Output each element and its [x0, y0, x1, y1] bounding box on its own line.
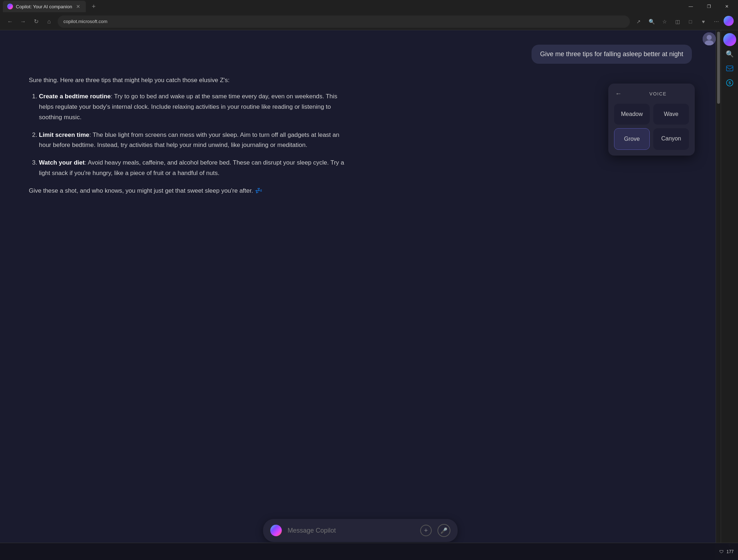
back-button[interactable]: ←	[4, 16, 16, 27]
refresh-button[interactable]: ↻	[30, 16, 42, 27]
home-button[interactable]: ⌂	[43, 16, 55, 27]
tip-title-3: Watch your diet	[39, 159, 85, 166]
main-content: Give me three tips for falling asleep be…	[0, 30, 721, 560]
list-item: Limit screen time: The blue light from s…	[39, 130, 353, 151]
favorites-button[interactable]: ☆	[659, 16, 670, 27]
extensions-button[interactable]: ◫	[672, 16, 683, 27]
tip-body-3: : Avoid heavy meals, caffeine, and alcoh…	[39, 159, 344, 176]
more-button[interactable]: ⋯	[711, 16, 722, 27]
voice-panel-header: ← VOICE	[614, 89, 689, 98]
mic-icon: 🎤	[440, 527, 448, 534]
chat-area: Give me three tips for falling asleep be…	[0, 30, 721, 512]
avatar-image	[703, 32, 716, 45]
close-button[interactable]: ✕	[719, 1, 735, 12]
tab-close-button[interactable]: ✕	[75, 3, 81, 10]
clock-text: 177	[726, 549, 734, 554]
minimize-button[interactable]: —	[683, 1, 699, 12]
taskbar: 🛡 177	[0, 543, 738, 560]
message-input[interactable]	[288, 527, 414, 534]
antivirus-icon: 🛡	[719, 549, 724, 554]
maximize-button[interactable]: ❐	[701, 1, 717, 12]
voice-panel: ← VOICE Meadow Wave Grove Canyon	[608, 84, 695, 156]
sidebar-outlook-button[interactable]	[723, 62, 736, 75]
ai-response: Sure thing. Here are three tips that mig…	[29, 75, 353, 196]
add-icon: +	[424, 527, 428, 534]
voice-option-canyon[interactable]: Canyon	[653, 128, 689, 150]
voice-option-wave[interactable]: Wave	[653, 104, 689, 125]
add-attachment-button[interactable]: +	[420, 525, 432, 536]
edge-sidebar: 🔍 S +	[721, 30, 738, 560]
voice-option-grove[interactable]: Grove	[614, 128, 650, 150]
tip-title-1: Create a bedtime routine	[39, 93, 111, 100]
browser-titlebar: Copilot: Your AI companion ✕ + — ❐ ✕	[0, 0, 738, 13]
ai-tips-list: Create a bedtime routine: Try to go to b…	[29, 91, 353, 179]
address-field[interactable]: copilot.microsoft.com	[58, 15, 630, 28]
svg-rect-3	[726, 66, 733, 71]
tab-title: Copilot: Your AI companion	[16, 4, 72, 9]
voice-meadow-label: Meadow	[621, 111, 643, 117]
sidebar-search-button[interactable]: 🔍	[723, 48, 736, 61]
browser-tab[interactable]: Copilot: Your AI companion ✕	[3, 1, 86, 12]
search-button[interactable]: 🔍	[646, 16, 657, 27]
scrollbar-thumb[interactable]	[717, 32, 720, 104]
user-avatar[interactable]	[703, 32, 716, 45]
search-icon: 🔍	[726, 50, 734, 58]
svg-point-1	[707, 35, 712, 40]
nav-buttons: ← → ↻ ⌂	[4, 16, 55, 27]
scrollbar-track[interactable]	[716, 30, 721, 560]
sidebar-skype-button[interactable]: S	[723, 76, 736, 89]
user-message-bubble: Give me three tips for falling asleep be…	[532, 45, 692, 64]
taskbar-clock: 177	[726, 549, 734, 554]
copilot-icon[interactable]	[724, 16, 734, 26]
voice-back-button[interactable]: ←	[614, 89, 623, 98]
share-button[interactable]: ↗	[633, 16, 644, 27]
microphone-button[interactable]: 🎤	[437, 524, 450, 537]
collections-button[interactable]: ♥	[698, 16, 709, 27]
voice-canyon-label: Canyon	[661, 135, 681, 142]
address-bar: ← → ↻ ⌂ copilot.microsoft.com ↗ 🔍 ☆ ◫ □ …	[0, 13, 738, 30]
list-item: Watch your diet: Avoid heavy meals, caff…	[39, 158, 353, 179]
taskbar-antivirus: 🛡	[719, 549, 724, 554]
voice-option-meadow[interactable]: Meadow	[614, 104, 650, 125]
skype-icon: S	[726, 79, 733, 86]
voice-panel-title: VOICE	[627, 91, 689, 97]
new-tab-button[interactable]: +	[89, 1, 99, 12]
tab-favicon	[7, 4, 13, 9]
voice-wave-label: Wave	[664, 111, 678, 117]
voice-grove-label: Grove	[624, 136, 640, 142]
copilot-input-icon	[270, 525, 282, 536]
ai-intro: Sure thing. Here are three tips that mig…	[29, 75, 353, 86]
addressbar-actions: ↗ 🔍 ☆ ◫ □ ♥ ⋯	[633, 16, 734, 27]
window-controls: — ❐ ✕	[683, 1, 735, 12]
copilot-sidebar-icon	[723, 33, 736, 46]
split-view-button[interactable]: □	[685, 16, 696, 27]
user-message-text: Give me three tips for falling asleep be…	[540, 50, 683, 58]
outlook-icon	[726, 65, 733, 72]
list-item: Create a bedtime routine: Try to go to b…	[39, 91, 353, 123]
voice-options-grid: Meadow Wave Grove Canyon	[614, 104, 689, 150]
forward-button[interactable]: →	[17, 16, 29, 27]
svg-text:S: S	[728, 81, 731, 85]
sidebar-copilot-button[interactable]	[723, 33, 736, 46]
ai-outro: Give these a shot, and who knows, you mi…	[29, 186, 353, 196]
tip-title-2: Limit screen time	[39, 131, 89, 138]
input-bar: + 🎤	[263, 519, 458, 542]
url-text: copilot.microsoft.com	[63, 19, 107, 24]
